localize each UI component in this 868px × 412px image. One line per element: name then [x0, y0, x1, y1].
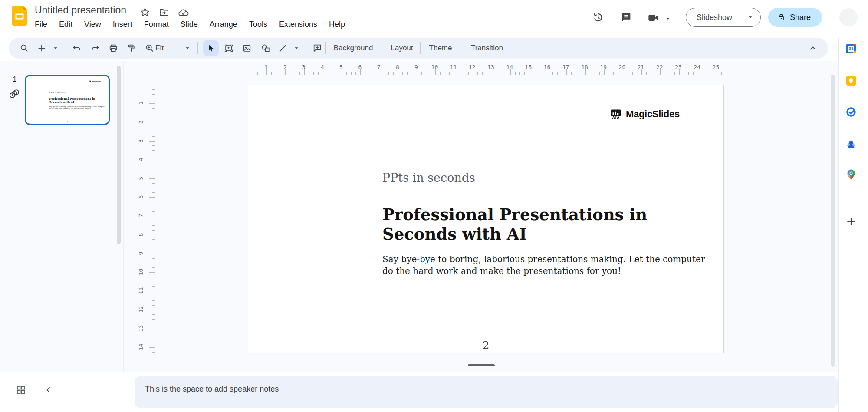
undo-button[interactable]: [72, 43, 82, 53]
insert-image-icon[interactable]: [242, 43, 252, 53]
meet-dropdown-icon[interactable]: [664, 15, 671, 22]
ruler-tick: [152, 267, 155, 268]
v-ruler-number: 2: [138, 118, 144, 126]
speaker-notes-input[interactable]: This is the space to add speaker notes: [135, 376, 838, 408]
ruler-tick: [152, 324, 155, 324]
ruler-tick: [152, 174, 155, 174]
ruler-tick: [149, 272, 155, 273]
line-dropdown-icon[interactable]: [291, 43, 302, 53]
ruler-tick: [152, 352, 155, 353]
ruler-tick: [149, 141, 155, 142]
ruler-tick: [152, 282, 155, 282]
comments-icon[interactable]: [620, 11, 632, 23]
transition-button[interactable]: Transition: [467, 40, 506, 56]
google-contacts-icon[interactable]: [845, 138, 857, 150]
menu-item-insert[interactable]: Insert: [112, 19, 133, 30]
google-slides-app: Untitled presentation FileEditViewInsert…: [0, 0, 868, 412]
ruler-tick: [152, 305, 155, 306]
layout-button[interactable]: Layout: [387, 40, 416, 56]
print-button[interactable]: [108, 43, 118, 53]
mini-page-number: 2: [26, 120, 108, 122]
background-button[interactable]: Background: [330, 40, 377, 56]
toolbar-divider: [197, 42, 198, 54]
h-ruler-number: 10: [431, 64, 438, 70]
transition-indicator-icon[interactable]: [8, 88, 20, 100]
lock-icon: [777, 13, 786, 22]
slide-editor-page[interactable]: MagicSlides PPts in seconds Professional…: [248, 85, 724, 353]
slide-title-text[interactable]: Professional Presentations in Seconds wi…: [382, 205, 647, 244]
search-menus-icon[interactable]: [19, 43, 30, 53]
paint-format-icon[interactable]: [126, 43, 137, 53]
menu-item-edit[interactable]: Edit: [58, 19, 73, 30]
ruler-tick: [149, 291, 155, 291]
new-slide-button[interactable]: [36, 43, 47, 53]
menu-item-tools[interactable]: Tools: [248, 19, 268, 30]
collapse-filmstrip-icon[interactable]: [44, 386, 53, 394]
notes-resize-handle[interactable]: [468, 364, 495, 366]
new-slide-dropdown-icon[interactable]: [50, 43, 61, 53]
meet-videocam-icon[interactable]: [648, 12, 660, 23]
insert-line-icon[interactable]: [278, 43, 288, 53]
get-add-ons-icon[interactable]: [845, 216, 857, 227]
document-title[interactable]: Untitled presentation: [35, 4, 126, 16]
share-button[interactable]: Share: [768, 8, 822, 27]
slide-page-number[interactable]: 2: [248, 339, 723, 352]
zoom-select-dropdown-icon[interactable]: [182, 43, 193, 53]
ruler-tick: [152, 314, 155, 315]
star-icon[interactable]: [140, 7, 150, 17]
menu-item-slide[interactable]: Slide: [180, 19, 199, 30]
move-to-folder-icon[interactable]: [159, 7, 169, 18]
ruler-tick: [152, 230, 155, 231]
ruler-tick: [152, 155, 155, 155]
ruler-tick: [149, 347, 155, 348]
ruler-tick: [152, 239, 155, 240]
text-box-tool-icon[interactable]: [224, 43, 234, 53]
redo-button[interactable]: [90, 43, 100, 53]
ruler-tick: [152, 188, 155, 188]
google-maps-icon[interactable]: [845, 169, 857, 180]
google-tasks-icon[interactable]: [845, 106, 857, 118]
cloud-saved-icon[interactable]: [178, 8, 189, 18]
menu-bar: FileEditViewInsertFormatSlideArrangeTool…: [34, 18, 346, 30]
zoom-in-icon[interactable]: [145, 43, 155, 53]
insert-shape-icon[interactable]: [260, 43, 271, 53]
filmstrip-scrollbar[interactable]: [117, 66, 121, 244]
h-ruler-number: 21: [638, 64, 644, 70]
filmstrip-slide-number: 1: [10, 76, 20, 83]
menu-item-format[interactable]: Format: [143, 19, 170, 30]
zoom-select-value[interactable]: Fit: [155, 44, 164, 53]
account-avatar[interactable]: [839, 8, 858, 26]
ruler-tick: [149, 310, 155, 310]
slideshow-dropdown-icon[interactable]: [740, 14, 760, 20]
magicslides-logo[interactable]: MagicSlides: [609, 108, 680, 121]
grid-view-icon[interactable]: [16, 385, 26, 395]
collapse-toolbar-icon[interactable]: [808, 43, 818, 53]
ruler-tick: [152, 211, 155, 212]
google-keep-icon[interactable]: [845, 75, 857, 86]
slide-kicker-text[interactable]: PPts in seconds: [382, 171, 475, 185]
ruler-tick: [149, 254, 155, 254]
slideshow-button[interactable]: Slideshow: [686, 8, 761, 27]
h-ruler-number: 16: [544, 64, 551, 70]
slide-title-line2: Seconds with AI: [382, 224, 647, 244]
menu-item-arrange[interactable]: Arrange: [209, 19, 238, 30]
slide-body-text[interactable]: Say bye-bye to boring, laborious present…: [382, 254, 705, 277]
google-calendar-icon[interactable]: 31: [845, 43, 857, 54]
add-comment-icon[interactable]: [312, 43, 322, 53]
h-ruler-number: 4: [321, 64, 324, 70]
version-history-icon[interactable]: [592, 11, 604, 23]
menu-item-help[interactable]: Help: [328, 19, 346, 30]
select-tool-button[interactable]: [203, 40, 219, 56]
ruler-tick: [152, 145, 155, 146]
menu-item-view[interactable]: View: [83, 19, 102, 30]
theme-button[interactable]: Theme: [426, 40, 456, 56]
h-ruler-number: 24: [694, 64, 700, 70]
ruler-tick: [152, 244, 155, 244]
slide-thumbnail[interactable]: MagicSlides PPts in seconds Professional…: [25, 75, 110, 125]
canvas-scrollbar[interactable]: [831, 75, 835, 367]
menu-item-file[interactable]: File: [34, 19, 48, 30]
menu-item-extensions[interactable]: Extensions: [278, 19, 318, 30]
ruler-tick: [152, 150, 155, 151]
ruler-tick: [152, 343, 155, 343]
slides-logo-icon[interactable]: [12, 6, 27, 26]
